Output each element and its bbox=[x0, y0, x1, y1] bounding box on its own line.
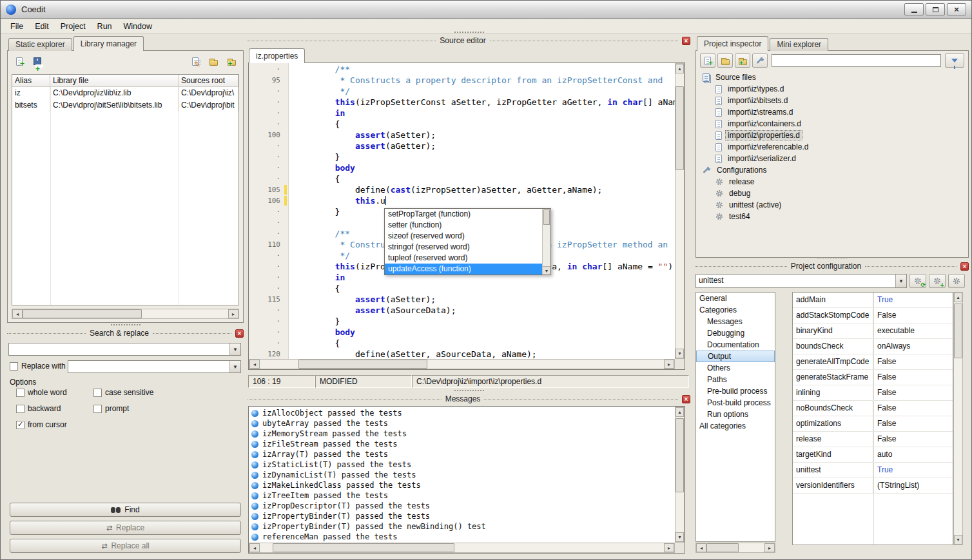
property-value[interactable]: (TStringList) bbox=[873, 478, 953, 493]
replace-all-button[interactable]: ⇄ Replace all bbox=[10, 539, 241, 553]
replace-button[interactable]: ⇄ Replace bbox=[10, 521, 241, 535]
tree-item-test64[interactable]: test64 bbox=[699, 211, 966, 222]
scrollbar-thumb[interactable] bbox=[676, 418, 684, 492]
code-line[interactable]: * Constructs a property descriptor from … bbox=[295, 75, 675, 86]
property-value[interactable]: False bbox=[873, 416, 953, 431]
close-panel-icon[interactable] bbox=[960, 262, 969, 271]
search-term-combobox[interactable]: ▼ bbox=[8, 343, 241, 356]
category-run-options[interactable]: Run options bbox=[696, 409, 775, 420]
category-all-categories[interactable]: All categories bbox=[696, 420, 775, 432]
scrollbar-thumb[interactable] bbox=[23, 309, 142, 318]
completion-item[interactable]: setter (function) bbox=[385, 220, 542, 231]
code-line[interactable]: { bbox=[295, 173, 675, 184]
property-value[interactable]: False bbox=[873, 308, 953, 323]
library-hscrollbar[interactable]: ◂ ▸ bbox=[12, 309, 239, 319]
scroll-left-button[interactable]: ◂ bbox=[249, 543, 260, 552]
property-row[interactable]: releaseFalse bbox=[793, 432, 953, 447]
property-row[interactable]: inliningFalse bbox=[793, 385, 953, 401]
categories-hscrollbar[interactable]: ◂ ▸ bbox=[695, 543, 775, 553]
scroll-left-button[interactable]: ◂ bbox=[249, 360, 260, 369]
menu-edit[interactable]: Edit bbox=[29, 20, 55, 33]
scroll-right-button[interactable]: ▸ bbox=[228, 309, 238, 318]
tree-item-source-files[interactable]: Source files bbox=[699, 72, 966, 83]
tree-item-import-iz-referencable-d[interactable]: import\iz\referencable.d bbox=[699, 141, 966, 153]
checkbox-prompt[interactable]: prompt bbox=[93, 404, 190, 413]
chevron-down-icon[interactable]: ▼ bbox=[895, 275, 906, 287]
scroll-down-button[interactable]: ▾ bbox=[676, 532, 684, 542]
chevron-down-icon[interactable]: ▼ bbox=[229, 343, 240, 355]
property-value[interactable]: auto bbox=[873, 447, 953, 462]
tree-item-import-iz-containers-d[interactable]: import\iz\containers.d bbox=[699, 118, 966, 130]
tree-item-release[interactable]: release bbox=[699, 176, 966, 188]
tree-item-unittest-active-[interactable]: unittest (active) bbox=[699, 199, 966, 211]
tree-item-import-iz-properties-d[interactable]: import\iz\properties.d bbox=[699, 130, 966, 141]
code-line[interactable]: body bbox=[295, 162, 675, 173]
message-row[interactable]: ubyteArray passed the tests bbox=[249, 418, 675, 429]
tree-item-configurations[interactable]: Configurations bbox=[699, 164, 966, 176]
code-line[interactable]: define(cast(izPropSetter)aSetter, aGette… bbox=[295, 184, 675, 195]
open-source-button[interactable] bbox=[717, 53, 733, 68]
category-output[interactable]: Output bbox=[696, 351, 775, 362]
property-value[interactable]: True bbox=[873, 463, 953, 478]
code-line[interactable]: /** bbox=[295, 64, 675, 75]
message-row[interactable]: izAllocObject passed the tests bbox=[249, 408, 675, 418]
code-line[interactable]: */ bbox=[295, 86, 675, 97]
scrollbar-thumb[interactable] bbox=[954, 304, 962, 358]
code-line[interactable]: assert(aGetter); bbox=[295, 140, 675, 151]
menu-run[interactable]: Run bbox=[92, 20, 118, 33]
completion-item[interactable]: tupleof (reserved word) bbox=[385, 253, 542, 264]
checkbox-whole-word[interactable]: whole word bbox=[16, 388, 93, 397]
message-row[interactable]: izMakeLinkedClass passed the tests bbox=[249, 480, 675, 490]
tab-static-explorer[interactable]: Static explorer bbox=[8, 38, 72, 51]
category-messages[interactable]: Messages bbox=[696, 316, 775, 327]
property-row[interactable]: addStackStompCodeFalse bbox=[793, 308, 953, 323]
scroll-down-button[interactable]: ▾ bbox=[954, 535, 962, 545]
close-button[interactable]: × bbox=[947, 3, 966, 15]
property-value[interactable]: False bbox=[873, 385, 953, 400]
scroll-right-button[interactable]: ▸ bbox=[664, 543, 674, 552]
scrollbar-thumb[interactable] bbox=[298, 360, 427, 369]
property-value[interactable]: executable bbox=[873, 323, 953, 338]
message-row[interactable]: izFileStream passed the tests bbox=[249, 439, 675, 449]
edit-library-button[interactable] bbox=[187, 53, 204, 70]
code-line[interactable]: define(aSetter, aSourceData, aName); bbox=[295, 349, 675, 359]
inspector-search-input[interactable] bbox=[772, 54, 941, 67]
property-row[interactable]: generateStackFrameFalse bbox=[793, 370, 953, 385]
replace-term-combobox[interactable]: ▼ bbox=[68, 360, 241, 373]
scroll-up-button[interactable]: ▴ bbox=[954, 293, 962, 302]
add-folder-button[interactable] bbox=[735, 53, 750, 68]
message-row[interactable]: izStaticList(T) passed the tests bbox=[249, 459, 675, 470]
message-row[interactable]: referenceMan passed the tests bbox=[249, 532, 675, 542]
tab-project-inspector[interactable]: Project inspector bbox=[697, 36, 768, 51]
code-line[interactable]: { bbox=[295, 119, 675, 130]
add-library-button[interactable] bbox=[11, 53, 28, 70]
message-row[interactable]: izPropDescriptor(T) passed the tests bbox=[249, 501, 675, 511]
table-row[interactable]: bitsetsC:\Dev\dproj\bitSet\lib\bitsets.l… bbox=[12, 99, 238, 111]
property-row[interactable]: unittestTrue bbox=[793, 463, 953, 478]
property-value[interactable]: False bbox=[873, 432, 953, 447]
close-panel-icon[interactable] bbox=[682, 395, 690, 403]
property-value[interactable]: onAlways bbox=[873, 339, 953, 354]
property-row[interactable]: binaryKindexecutable bbox=[793, 323, 953, 339]
category-debugging[interactable]: Debugging bbox=[696, 327, 775, 339]
code-line[interactable]: assert(aSourceData); bbox=[295, 305, 675, 316]
completion-item[interactable]: sizeof (reserved word) bbox=[385, 231, 542, 242]
editor-vscrollbar[interactable]: ▴ ▾ bbox=[675, 63, 685, 359]
code-line[interactable]: } bbox=[295, 151, 675, 162]
messages-vscrollbar[interactable]: ▴ ▾ bbox=[675, 407, 685, 543]
menu-project[interactable]: Project bbox=[55, 20, 92, 33]
scrollbar-thumb[interactable] bbox=[706, 543, 739, 552]
code-line[interactable]: in bbox=[295, 108, 675, 119]
code-line[interactable]: { bbox=[295, 283, 675, 294]
category-post-build-process[interactable]: Post-build process bbox=[696, 397, 775, 409]
scroll-left-button[interactable]: ◂ bbox=[696, 543, 706, 552]
column-header-library-file[interactable]: Library file bbox=[50, 75, 179, 86]
code-line[interactable]: this(izPropSetterConst aSetter, izPropGe… bbox=[295, 97, 675, 108]
grid-vscrollbar[interactable]: ▴ ▾ bbox=[953, 292, 963, 545]
sync-configuration-button[interactable] bbox=[909, 274, 926, 288]
scrollbar-thumb[interactable] bbox=[676, 86, 684, 170]
add-source-button[interactable] bbox=[700, 53, 715, 68]
property-row[interactable]: boundsCheckonAlways bbox=[793, 339, 953, 354]
minimize-button[interactable] bbox=[904, 3, 924, 15]
edit-configuration-button[interactable] bbox=[948, 274, 965, 288]
